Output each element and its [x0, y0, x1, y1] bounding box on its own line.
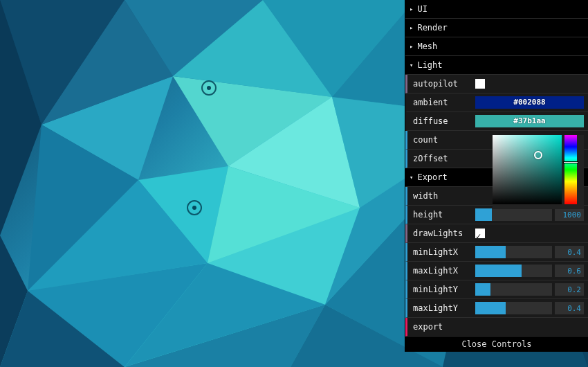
row-minlighty: minLightY: [405, 280, 588, 299]
color-picker: [493, 135, 584, 209]
chevron-down-icon: ▾: [410, 56, 413, 75]
minlighty-input[interactable]: [555, 283, 584, 296]
control-label: ambient: [412, 93, 475, 112]
row-maxlightx: maxLightX: [405, 262, 588, 280]
saturation-value-field[interactable]: [493, 135, 562, 204]
row-minlightx: minLightX: [405, 243, 588, 262]
control-label: minLightY: [412, 280, 475, 299]
row-autopilot: autopilot: [405, 75, 588, 93]
minlightx-input[interactable]: [555, 246, 584, 258]
control-label: minLightX: [412, 243, 475, 262]
control-label: maxLightY: [412, 299, 475, 318]
control-label: maxLightX: [412, 262, 475, 280]
row-drawlights: drawLights: [405, 224, 588, 243]
diffuse-color-swatch[interactable]: #37b1aa: [475, 115, 584, 127]
control-label: autopilot: [412, 75, 475, 93]
maxlightx-slider[interactable]: [475, 265, 552, 277]
light-marker[interactable]: [201, 80, 217, 96]
control-label: width: [412, 187, 475, 206]
row-diffuse: diffuse #37b1aa: [405, 112, 588, 131]
maxlightx-input[interactable]: [555, 265, 584, 277]
chevron-right-icon: ▸: [410, 19, 413, 37]
folder-label: Mesh: [417, 37, 437, 56]
height-slider[interactable]: [475, 208, 552, 221]
row-export[interactable]: export: [405, 318, 588, 337]
light-marker[interactable]: [187, 200, 202, 215]
folder-mesh[interactable]: ▸ Mesh: [405, 37, 588, 56]
folder-label: Render: [417, 19, 447, 37]
hue-slider[interactable]: [564, 135, 577, 204]
control-label: drawLights: [412, 224, 475, 243]
sv-knob[interactable]: [534, 151, 542, 159]
drawlights-checkbox[interactable]: [475, 229, 485, 238]
row-maxlighty: maxLightY: [405, 299, 588, 318]
minlighty-slider[interactable]: [475, 283, 552, 296]
height-input[interactable]: [555, 208, 584, 221]
folder-light[interactable]: ▾ Light: [405, 56, 588, 75]
folder-ui[interactable]: ▸ UI: [405, 0, 588, 19]
folder-label: UI: [417, 0, 427, 19]
minlightx-slider[interactable]: [475, 246, 552, 258]
folder-label: Export: [417, 168, 447, 187]
folder-render[interactable]: ▸ Render: [405, 19, 588, 37]
control-label: diffuse: [412, 112, 475, 131]
controls-panel: ▸ UI ▸ Render ▸ Mesh ▾ Light autopilot a…: [405, 0, 588, 352]
control-label: export: [412, 318, 475, 337]
chevron-right-icon: ▸: [410, 37, 413, 56]
chevron-right-icon: ▸: [410, 0, 413, 19]
maxlighty-slider[interactable]: [475, 302, 552, 314]
ambient-color-swatch[interactable]: #002088: [475, 96, 584, 109]
row-ambient: ambient #002088: [405, 93, 588, 112]
autopilot-checkbox[interactable]: [475, 79, 485, 89]
chevron-down-icon: ▾: [410, 168, 413, 187]
control-label: zOffset: [412, 150, 475, 168]
close-controls-button[interactable]: Close Controls: [405, 337, 588, 352]
hue-knob[interactable]: [563, 161, 578, 163]
maxlighty-input[interactable]: [555, 302, 584, 314]
folder-label: Light: [417, 56, 442, 75]
control-label: height: [412, 206, 475, 224]
control-label: count: [412, 131, 475, 150]
